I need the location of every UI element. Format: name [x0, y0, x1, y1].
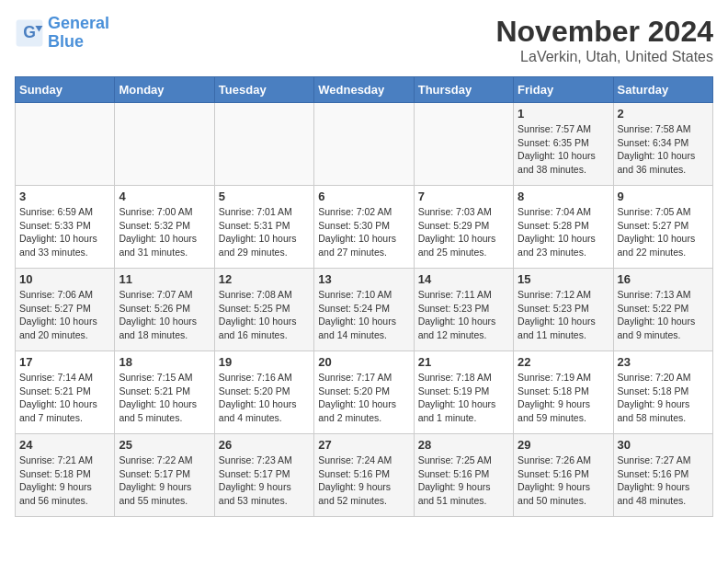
logo: G General Blue: [15, 15, 109, 52]
day-number: 14: [418, 272, 509, 286]
calendar-cell: 29Sunrise: 7:26 AM Sunset: 5:16 PM Dayli…: [514, 434, 613, 517]
day-number: 30: [618, 438, 709, 452]
day-info: Sunrise: 7:20 AM Sunset: 5:18 PM Dayligh…: [618, 371, 709, 425]
calendar-week-2: 3Sunrise: 6:59 AM Sunset: 5:33 PM Daylig…: [16, 186, 713, 269]
day-info: Sunrise: 7:21 AM Sunset: 5:18 PM Dayligh…: [19, 454, 110, 508]
calendar-cell: 20Sunrise: 7:17 AM Sunset: 5:20 PM Dayli…: [314, 351, 414, 434]
calendar-cell: 6Sunrise: 7:02 AM Sunset: 5:30 PM Daylig…: [314, 186, 414, 269]
calendar-week-3: 10Sunrise: 7:06 AM Sunset: 5:27 PM Dayli…: [16, 269, 713, 351]
calendar-cell: 2Sunrise: 7:58 AM Sunset: 6:34 PM Daylig…: [613, 103, 712, 186]
logo-icon: G: [15, 18, 44, 48]
calendar-cell: [414, 103, 513, 186]
day-number: 6: [318, 190, 409, 203]
calendar-header: SundayMondayTuesdayWednesdayThursdayFrid…: [16, 77, 713, 103]
calendar-cell: 12Sunrise: 7:08 AM Sunset: 5:25 PM Dayli…: [214, 269, 313, 351]
day-info: Sunrise: 7:26 AM Sunset: 5:16 PM Dayligh…: [518, 454, 609, 508]
day-number: 17: [19, 355, 110, 369]
day-info: Sunrise: 7:03 AM Sunset: 5:29 PM Dayligh…: [418, 205, 509, 259]
header-cell-tuesday: Tuesday: [214, 77, 313, 103]
day-info: Sunrise: 7:22 AM Sunset: 5:17 PM Dayligh…: [119, 454, 210, 508]
day-number: 11: [119, 272, 210, 286]
day-number: 27: [318, 438, 409, 452]
day-info: Sunrise: 7:05 AM Sunset: 5:27 PM Dayligh…: [618, 205, 709, 259]
location-title: LaVerkin, Utah, United States: [495, 49, 713, 65]
calendar-cell: 18Sunrise: 7:15 AM Sunset: 5:21 PM Dayli…: [115, 351, 214, 434]
header-row: SundayMondayTuesdayWednesdayThursdayFrid…: [16, 77, 713, 103]
day-info: Sunrise: 7:15 AM Sunset: 5:21 PM Dayligh…: [119, 371, 210, 425]
day-number: 20: [318, 355, 409, 369]
calendar-week-4: 17Sunrise: 7:14 AM Sunset: 5:21 PM Dayli…: [16, 351, 713, 434]
calendar-cell: 3Sunrise: 6:59 AM Sunset: 5:33 PM Daylig…: [16, 186, 115, 269]
calendar-cell: 16Sunrise: 7:13 AM Sunset: 5:22 PM Dayli…: [613, 269, 712, 351]
header-cell-saturday: Saturday: [613, 77, 712, 103]
day-info: Sunrise: 7:06 AM Sunset: 5:27 PM Dayligh…: [19, 288, 110, 342]
calendar-cell: [16, 103, 115, 186]
day-number: 4: [119, 190, 210, 203]
logo-line2: Blue: [48, 32, 84, 51]
day-info: Sunrise: 7:02 AM Sunset: 5:30 PM Dayligh…: [318, 205, 409, 259]
header: G General Blue November 2024 LaVerkin, U…: [15, 15, 713, 65]
day-number: 7: [418, 190, 509, 203]
logo-line1: General: [48, 14, 109, 32]
header-cell-monday: Monday: [115, 77, 214, 103]
day-number: 26: [219, 438, 310, 452]
calendar-cell: [115, 103, 214, 186]
header-cell-friday: Friday: [514, 77, 613, 103]
calendar-week-5: 24Sunrise: 7:21 AM Sunset: 5:18 PM Dayli…: [16, 434, 713, 517]
svg-text:G: G: [23, 23, 36, 41]
calendar-cell: [214, 103, 313, 186]
day-info: Sunrise: 7:24 AM Sunset: 5:16 PM Dayligh…: [318, 454, 409, 508]
day-number: 24: [19, 438, 110, 452]
day-number: 21: [418, 355, 509, 369]
calendar-cell: 1Sunrise: 7:57 AM Sunset: 6:35 PM Daylig…: [514, 103, 613, 186]
header-cell-thursday: Thursday: [414, 77, 513, 103]
calendar-cell: 8Sunrise: 7:04 AM Sunset: 5:28 PM Daylig…: [514, 186, 613, 269]
calendar-table: SundayMondayTuesdayWednesdayThursdayFrid…: [15, 76, 713, 517]
day-info: Sunrise: 7:18 AM Sunset: 5:19 PM Dayligh…: [418, 371, 509, 425]
calendar-cell: 25Sunrise: 7:22 AM Sunset: 5:17 PM Dayli…: [115, 434, 214, 517]
day-info: Sunrise: 7:10 AM Sunset: 5:24 PM Dayligh…: [318, 288, 409, 342]
calendar-cell: 14Sunrise: 7:11 AM Sunset: 5:23 PM Dayli…: [414, 269, 513, 351]
day-info: Sunrise: 7:25 AM Sunset: 5:16 PM Dayligh…: [418, 454, 509, 508]
calendar-body: 1Sunrise: 7:57 AM Sunset: 6:35 PM Daylig…: [16, 103, 713, 517]
day-info: Sunrise: 7:07 AM Sunset: 5:26 PM Dayligh…: [119, 288, 210, 342]
day-info: Sunrise: 7:23 AM Sunset: 5:17 PM Dayligh…: [219, 454, 310, 508]
day-number: 13: [318, 272, 409, 286]
calendar-cell: 15Sunrise: 7:12 AM Sunset: 5:23 PM Dayli…: [514, 269, 613, 351]
day-number: 8: [518, 190, 609, 203]
day-number: 28: [418, 438, 509, 452]
day-info: Sunrise: 7:27 AM Sunset: 5:16 PM Dayligh…: [618, 454, 709, 508]
calendar-cell: 23Sunrise: 7:20 AM Sunset: 5:18 PM Dayli…: [613, 351, 712, 434]
day-info: Sunrise: 7:19 AM Sunset: 5:18 PM Dayligh…: [518, 371, 609, 425]
header-cell-wednesday: Wednesday: [314, 77, 414, 103]
calendar-cell: 17Sunrise: 7:14 AM Sunset: 5:21 PM Dayli…: [16, 351, 115, 434]
calendar-cell: 26Sunrise: 7:23 AM Sunset: 5:17 PM Dayli…: [214, 434, 313, 517]
calendar-cell: 10Sunrise: 7:06 AM Sunset: 5:27 PM Dayli…: [16, 269, 115, 351]
calendar-cell: 24Sunrise: 7:21 AM Sunset: 5:18 PM Dayli…: [16, 434, 115, 517]
day-info: Sunrise: 7:13 AM Sunset: 5:22 PM Dayligh…: [618, 288, 709, 342]
day-number: 10: [19, 272, 110, 286]
calendar-cell: 19Sunrise: 7:16 AM Sunset: 5:20 PM Dayli…: [214, 351, 313, 434]
day-info: Sunrise: 7:14 AM Sunset: 5:21 PM Dayligh…: [19, 371, 110, 425]
day-number: 3: [19, 190, 110, 203]
day-info: Sunrise: 7:04 AM Sunset: 5:28 PM Dayligh…: [518, 205, 609, 259]
day-info: Sunrise: 7:01 AM Sunset: 5:31 PM Dayligh…: [219, 205, 310, 259]
day-info: Sunrise: 7:11 AM Sunset: 5:23 PM Dayligh…: [418, 288, 509, 342]
day-number: 23: [618, 355, 709, 369]
logo-text: General Blue: [48, 15, 109, 52]
calendar-cell: 27Sunrise: 7:24 AM Sunset: 5:16 PM Dayli…: [314, 434, 414, 517]
day-number: 29: [518, 438, 609, 452]
month-title: November 2024: [495, 15, 713, 49]
day-info: Sunrise: 7:16 AM Sunset: 5:20 PM Dayligh…: [219, 371, 310, 425]
calendar-cell: 5Sunrise: 7:01 AM Sunset: 5:31 PM Daylig…: [214, 186, 313, 269]
day-info: Sunrise: 7:17 AM Sunset: 5:20 PM Dayligh…: [318, 371, 409, 425]
day-number: 15: [518, 272, 609, 286]
calendar-cell: [314, 103, 414, 186]
day-number: 19: [219, 355, 310, 369]
title-area: November 2024 LaVerkin, Utah, United Sta…: [495, 15, 713, 65]
calendar-cell: 28Sunrise: 7:25 AM Sunset: 5:16 PM Dayli…: [414, 434, 513, 517]
day-number: 22: [518, 355, 609, 369]
calendar-cell: 13Sunrise: 7:10 AM Sunset: 5:24 PM Dayli…: [314, 269, 414, 351]
day-number: 5: [219, 190, 310, 203]
day-info: Sunrise: 7:57 AM Sunset: 6:35 PM Dayligh…: [518, 122, 609, 177]
